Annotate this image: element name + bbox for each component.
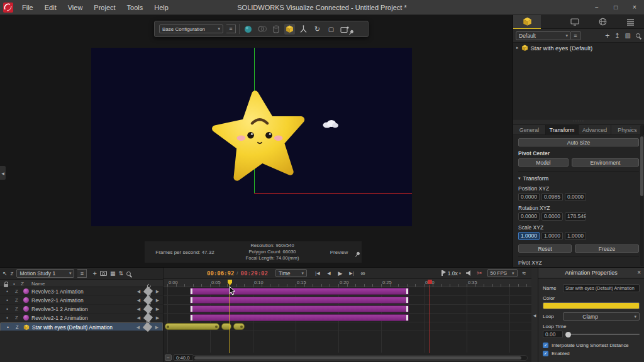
configuration-select[interactable]: Base Configuration ▾: [159, 25, 223, 33]
tab-appearances[interactable]: [561, 15, 589, 29]
rotation-z-field[interactable]: 178.5498: [565, 212, 586, 221]
track-row[interactable]: • Z Revolve3-1 2 Animation ◀▶: [0, 305, 163, 314]
loop-button[interactable]: ∞: [358, 269, 367, 278]
color-swatch[interactable]: [543, 302, 640, 309]
time-mode-select[interactable]: Time ▾: [275, 269, 307, 277]
step-forward-icon[interactable]: ▶: [154, 288, 161, 295]
keyframe-marker[interactable]: [191, 288, 192, 294]
position-y-field[interactable]: 0.0985: [541, 193, 563, 201]
animation-bar[interactable]: [190, 288, 409, 295]
frame-back-button[interactable]: ◀: [325, 269, 333, 278]
z-icon[interactable]: Z: [15, 288, 18, 294]
set-select[interactable]: Default ▾: [516, 31, 571, 40]
model-button[interactable]: Model: [518, 158, 569, 167]
bounding-box-icon[interactable]: ▢: [326, 24, 336, 35]
z-icon[interactable]: Z: [15, 297, 18, 303]
z-icon[interactable]: Z: [16, 324, 19, 330]
animation-bar-star[interactable]: [233, 323, 245, 330]
track-row[interactable]: • Z Revolve2-1 Animation ◀▶: [0, 296, 163, 305]
set-menu-icon[interactable]: ≡: [571, 31, 580, 40]
menu-tools[interactable]: Tools: [121, 0, 149, 15]
tab-environments[interactable]: [589, 15, 616, 29]
keyframe-marker[interactable]: [167, 326, 169, 328]
cylinder-icon[interactable]: [270, 24, 281, 35]
tree-item-star[interactable]: ▸ Star with eyes (Default): [513, 43, 644, 53]
timeline-scrollbar[interactable]: [192, 355, 528, 361]
loop-time-field[interactable]: 0.00: [543, 331, 563, 338]
enabled-checkbox[interactable]: ✓: [543, 351, 548, 356]
pin-icon[interactable]: [356, 251, 360, 255]
scissors-icon[interactable]: ✂: [477, 270, 482, 277]
sphere-pair-icon[interactable]: [257, 24, 267, 35]
material-sphere-icon[interactable]: [243, 24, 253, 35]
left-panel-collapse-handle[interactable]: ◀: [0, 166, 6, 180]
close-icon[interactable]: ×: [637, 269, 641, 276]
close-button[interactable]: ×: [625, 0, 644, 15]
cube-icon[interactable]: [284, 24, 295, 35]
position-x-field[interactable]: 0.0000: [518, 193, 540, 201]
scrollbar-thumb[interactable]: [640, 136, 643, 196]
playback-speed[interactable]: 1.0x: [448, 270, 458, 277]
scale-y-field[interactable]: 1.0000: [541, 232, 563, 240]
search-icon[interactable]: [126, 272, 131, 276]
loop-time-slider[interactable]: [566, 334, 640, 335]
z-icon[interactable]: Z: [15, 306, 18, 312]
track-row[interactable]: • Z Revolve2-1 2 Animation ◀▶: [0, 314, 163, 322]
add-button[interactable]: +: [605, 31, 609, 40]
keyframe-marker[interactable]: [191, 306, 192, 312]
freeze-button[interactable]: Freeze: [575, 244, 639, 253]
keyframe-marker[interactable]: [191, 315, 192, 321]
auto-size-button[interactable]: Auto Size: [518, 138, 639, 146]
fps-select[interactable]: 50 FPS ▾: [487, 269, 518, 277]
visibility-dot[interactable]: •: [7, 324, 9, 331]
menu-edit[interactable]: Edit: [39, 0, 62, 15]
animation-bar-star[interactable]: [165, 323, 219, 330]
tab-physics[interactable]: Physics: [611, 124, 644, 135]
z-icon[interactable]: Z: [15, 315, 18, 321]
tab-transform[interactable]: Transform: [546, 124, 579, 135]
skip-to-start-button[interactable]: |◀: [313, 269, 322, 278]
search-icon[interactable]: [636, 33, 640, 38]
step-forward-icon[interactable]: ▶: [154, 297, 161, 304]
expand-arrow-icon[interactable]: ▸: [516, 45, 519, 50]
properties-collapse-handle[interactable]: ◀: [531, 268, 538, 362]
animation-bar[interactable]: [190, 297, 409, 304]
maximize-button[interactable]: □: [606, 0, 625, 15]
tab-models[interactable]: [513, 15, 541, 29]
step-back-icon[interactable]: ◀: [135, 305, 142, 312]
timeline-ruler[interactable]: 0:00 0:05 0:10 0:15 0:20 0:25 0:30 0:35: [164, 279, 531, 287]
columns-button[interactable]: ▥: [625, 32, 631, 39]
pin-icon[interactable]: [350, 29, 354, 33]
step-back-icon[interactable]: ◀: [135, 324, 142, 331]
select-tool-icon[interactable]: ↖: [3, 270, 8, 277]
scrollbar-thumb[interactable]: [194, 356, 521, 359]
menu-help[interactable]: Help: [148, 0, 174, 15]
step-back-icon[interactable]: ◀: [135, 288, 142, 295]
loop-select[interactable]: Clamp ▾: [563, 312, 640, 321]
keyframe-marker[interactable]: [406, 315, 408, 321]
star-model[interactable]: [212, 85, 308, 186]
step-forward-icon[interactable]: ▶: [154, 314, 161, 321]
end-marker-line[interactable]: [430, 285, 430, 353]
wrench-icon[interactable]: [143, 322, 152, 332]
range-end-field[interactable]: 0:40.0: [174, 354, 194, 361]
flag-icon[interactable]: [441, 270, 443, 276]
rotation-x-field[interactable]: 0.0000: [518, 212, 540, 221]
animation-bar[interactable]: [190, 314, 409, 321]
section-collapse-icon[interactable]: ▾: [518, 176, 521, 181]
speaker-icon[interactable]: [466, 270, 472, 276]
keyframe-marker[interactable]: [240, 326, 243, 328]
pan-tool-icon[interactable]: Z: [11, 271, 14, 277]
configuration-menu-icon[interactable]: ≡: [226, 25, 236, 33]
menu-project[interactable]: Project: [88, 0, 121, 15]
render-canvas[interactable]: [91, 48, 412, 226]
add-motion-study-button[interactable]: +: [92, 270, 96, 277]
panel-scrollbar[interactable]: [640, 125, 643, 266]
keyframe-marker[interactable]: [406, 297, 408, 303]
play-button[interactable]: ▶: [336, 269, 345, 278]
menu-file[interactable]: File: [16, 0, 39, 15]
scale-x-field[interactable]: 1.0000: [518, 232, 540, 240]
triad-axes-icon[interactable]: [298, 24, 309, 35]
visibility-dot[interactable]: •: [6, 297, 8, 304]
turntable-icon[interactable]: ↻: [312, 24, 323, 35]
